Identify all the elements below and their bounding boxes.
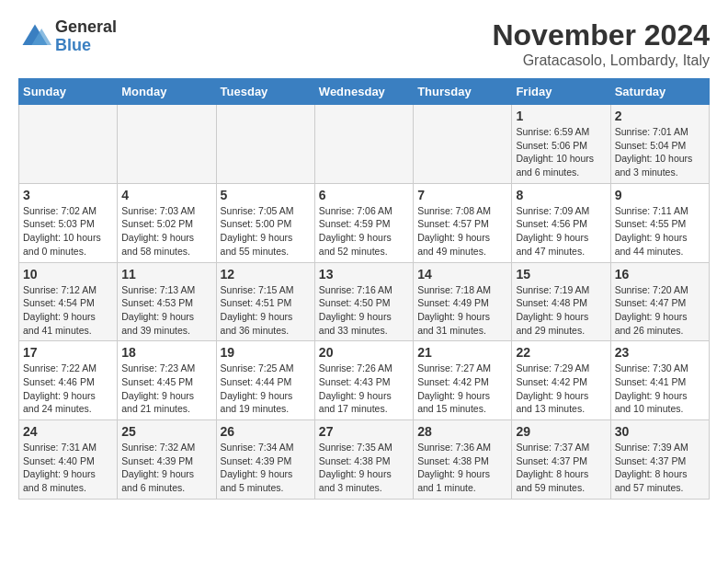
calendar-cell [19, 105, 118, 184]
day-number: 5 [221, 188, 311, 202]
weekday-header-tuesday: Tuesday [216, 79, 314, 105]
day-number: 23 [615, 345, 705, 360]
day-number: 14 [417, 267, 507, 282]
calendar-cell: 25Sunrise: 7:32 AM Sunset: 4:39 PM Dayli… [118, 420, 216, 500]
day-info: Sunrise: 7:03 AM Sunset: 5:02 PM Dayligh… [121, 204, 211, 259]
day-number: 16 [615, 267, 705, 282]
calendar-cell: 9Sunrise: 7:11 AM Sunset: 4:55 PM Daylig… [610, 183, 709, 262]
calendar-cell [118, 105, 216, 184]
day-number: 7 [417, 188, 507, 202]
weekday-header-monday: Monday [118, 79, 216, 105]
day-number: 21 [417, 345, 507, 360]
day-number: 10 [23, 267, 113, 282]
calendar-week-2: 3Sunrise: 7:02 AM Sunset: 5:03 PM Daylig… [19, 183, 710, 262]
logo: General Blue [18, 18, 117, 55]
calendar-cell: 14Sunrise: 7:18 AM Sunset: 4:49 PM Dayli… [414, 262, 512, 341]
day-info: Sunrise: 7:26 AM Sunset: 4:43 PM Dayligh… [319, 362, 409, 416]
day-number: 2 [615, 109, 705, 123]
day-number: 12 [221, 267, 311, 282]
day-info: Sunrise: 7:15 AM Sunset: 4:51 PM Dayligh… [221, 283, 311, 338]
calendar-cell: 10Sunrise: 7:12 AM Sunset: 4:54 PM Dayli… [19, 262, 118, 341]
calendar-cell: 26Sunrise: 7:34 AM Sunset: 4:39 PM Dayli… [216, 420, 314, 500]
calendar-cell [314, 105, 413, 184]
day-info: Sunrise: 7:34 AM Sunset: 4:39 PM Dayligh… [221, 441, 311, 495]
day-info: Sunrise: 6:59 AM Sunset: 5:06 PM Dayligh… [516, 125, 606, 179]
calendar-cell: 4Sunrise: 7:03 AM Sunset: 5:02 PM Daylig… [118, 183, 216, 262]
day-info: Sunrise: 7:30 AM Sunset: 4:41 PM Dayligh… [615, 362, 705, 416]
day-number: 9 [615, 188, 705, 202]
day-number: 8 [516, 188, 606, 202]
calendar-cell: 7Sunrise: 7:08 AM Sunset: 4:57 PM Daylig… [414, 183, 512, 262]
calendar-cell [216, 105, 314, 184]
calendar-cell: 5Sunrise: 7:05 AM Sunset: 5:00 PM Daylig… [216, 183, 314, 262]
calendar-cell: 18Sunrise: 7:23 AM Sunset: 4:45 PM Dayli… [118, 341, 216, 420]
header: General Blue November 2024 Gratacasolo, … [18, 18, 710, 69]
calendar-cell: 22Sunrise: 7:29 AM Sunset: 4:42 PM Dayli… [512, 341, 610, 420]
day-info: Sunrise: 7:19 AM Sunset: 4:48 PM Dayligh… [516, 283, 606, 338]
day-number: 6 [319, 188, 409, 202]
calendar-cell: 23Sunrise: 7:30 AM Sunset: 4:41 PM Dayli… [610, 341, 709, 420]
day-number: 18 [121, 345, 211, 360]
day-info: Sunrise: 7:01 AM Sunset: 5:04 PM Dayligh… [615, 125, 705, 179]
day-number: 13 [319, 267, 409, 282]
calendar-cell: 8Sunrise: 7:09 AM Sunset: 4:56 PM Daylig… [512, 183, 610, 262]
calendar-cell: 29Sunrise: 7:37 AM Sunset: 4:37 PM Dayli… [512, 420, 610, 500]
logo-text: General Blue [55, 18, 117, 55]
logo-icon [18, 20, 51, 53]
day-info: Sunrise: 7:23 AM Sunset: 4:45 PM Dayligh… [121, 362, 211, 416]
month-title: November 2024 [492, 18, 710, 52]
calendar-week-1: 1Sunrise: 6:59 AM Sunset: 5:06 PM Daylig… [19, 105, 710, 184]
day-number: 17 [23, 345, 113, 360]
location: Gratacasolo, Lombardy, Italy [492, 52, 710, 69]
day-info: Sunrise: 7:18 AM Sunset: 4:49 PM Dayligh… [417, 283, 507, 338]
day-number: 25 [121, 424, 211, 439]
day-number: 1 [516, 109, 606, 123]
calendar-week-4: 17Sunrise: 7:22 AM Sunset: 4:46 PM Dayli… [19, 341, 710, 420]
day-info: Sunrise: 7:37 AM Sunset: 4:37 PM Dayligh… [516, 441, 606, 495]
calendar-cell: 27Sunrise: 7:35 AM Sunset: 4:38 PM Dayli… [314, 420, 413, 500]
day-info: Sunrise: 7:08 AM Sunset: 4:57 PM Dayligh… [417, 204, 507, 259]
calendar-table: SundayMondayTuesdayWednesdayThursdayFrid… [18, 78, 710, 500]
calendar-cell: 13Sunrise: 7:16 AM Sunset: 4:50 PM Dayli… [314, 262, 413, 341]
day-info: Sunrise: 7:32 AM Sunset: 4:39 PM Dayligh… [121, 441, 211, 495]
day-info: Sunrise: 7:05 AM Sunset: 5:00 PM Dayligh… [221, 204, 311, 259]
day-number: 24 [23, 424, 113, 439]
weekday-header-sunday: Sunday [19, 79, 118, 105]
day-number: 20 [319, 345, 409, 360]
day-info: Sunrise: 7:20 AM Sunset: 4:47 PM Dayligh… [615, 283, 705, 338]
day-number: 11 [121, 267, 211, 282]
day-info: Sunrise: 7:35 AM Sunset: 4:38 PM Dayligh… [319, 441, 409, 495]
day-number: 26 [221, 424, 311, 439]
day-info: Sunrise: 7:29 AM Sunset: 4:42 PM Dayligh… [516, 362, 606, 416]
day-number: 28 [417, 424, 507, 439]
day-number: 3 [23, 188, 113, 202]
weekday-header-wednesday: Wednesday [314, 79, 413, 105]
calendar-week-3: 10Sunrise: 7:12 AM Sunset: 4:54 PM Dayli… [19, 262, 710, 341]
day-number: 15 [516, 267, 606, 282]
weekday-header-thursday: Thursday [414, 79, 512, 105]
calendar-cell: 17Sunrise: 7:22 AM Sunset: 4:46 PM Dayli… [19, 341, 118, 420]
day-info: Sunrise: 7:13 AM Sunset: 4:53 PM Dayligh… [121, 283, 211, 338]
calendar-cell: 2Sunrise: 7:01 AM Sunset: 5:04 PM Daylig… [610, 105, 709, 184]
day-info: Sunrise: 7:31 AM Sunset: 4:40 PM Dayligh… [23, 441, 113, 495]
day-info: Sunrise: 7:09 AM Sunset: 4:56 PM Dayligh… [516, 204, 606, 259]
day-info: Sunrise: 7:36 AM Sunset: 4:38 PM Dayligh… [417, 441, 507, 495]
calendar-cell: 1Sunrise: 6:59 AM Sunset: 5:06 PM Daylig… [512, 105, 610, 184]
day-info: Sunrise: 7:27 AM Sunset: 4:42 PM Dayligh… [417, 362, 507, 416]
calendar-cell: 28Sunrise: 7:36 AM Sunset: 4:38 PM Dayli… [414, 420, 512, 500]
day-number: 22 [516, 345, 606, 360]
day-info: Sunrise: 7:02 AM Sunset: 5:03 PM Dayligh… [23, 204, 113, 259]
day-number: 29 [516, 424, 606, 439]
day-number: 19 [221, 345, 311, 360]
calendar-cell: 24Sunrise: 7:31 AM Sunset: 4:40 PM Dayli… [19, 420, 118, 500]
calendar-cell: 30Sunrise: 7:39 AM Sunset: 4:37 PM Dayli… [610, 420, 709, 500]
day-info: Sunrise: 7:12 AM Sunset: 4:54 PM Dayligh… [23, 283, 113, 338]
calendar-cell: 21Sunrise: 7:27 AM Sunset: 4:42 PM Dayli… [414, 341, 512, 420]
weekday-header-saturday: Saturday [610, 79, 709, 105]
calendar-cell: 6Sunrise: 7:06 AM Sunset: 4:59 PM Daylig… [314, 183, 413, 262]
day-info: Sunrise: 7:25 AM Sunset: 4:44 PM Dayligh… [221, 362, 311, 416]
calendar-cell: 15Sunrise: 7:19 AM Sunset: 4:48 PM Dayli… [512, 262, 610, 341]
weekday-header-friday: Friday [512, 79, 610, 105]
title-area: November 2024 Gratacasolo, Lombardy, Ita… [492, 18, 710, 69]
calendar-cell: 19Sunrise: 7:25 AM Sunset: 4:44 PM Dayli… [216, 341, 314, 420]
